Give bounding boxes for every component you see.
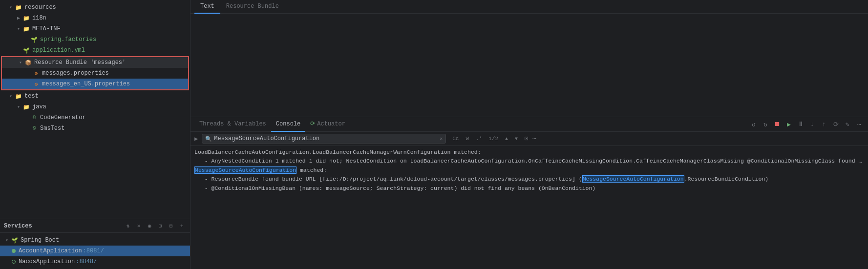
services-toolbar: ⇅ ✕ ◉ ⊡ ⊞ + xyxy=(124,222,186,230)
debug-panel: Threads & Variables Console ⟳ Actuator ↺… xyxy=(191,117,868,269)
label-meta-inf: META-INF xyxy=(32,25,61,32)
services-content: ▾ 🌱 Spring Boot AccountApplication :8081… xyxy=(0,233,190,269)
console-area: ▶ 🔍 MessageSourceAutoConfiguration ✕ Cc … xyxy=(191,132,868,269)
down-btn[interactable]: ↓ xyxy=(807,120,817,129)
tab-actuator-label: Actuator xyxy=(317,121,345,127)
search-magnify-icon: 🔍 xyxy=(205,136,212,142)
log-line-3: MessageSourceAutoConfiguration matched: xyxy=(194,166,864,175)
yaml-icon: 🌱 xyxy=(22,46,30,54)
tree-item-messages-en-us[interactable]: ▶ ⚙ messages_en_US.properties xyxy=(2,79,188,89)
label-messages-properties: messages.properties xyxy=(42,70,109,77)
spring-boot-label: Spring Boot xyxy=(21,237,59,244)
whole-word-btn[interactable]: W xyxy=(463,135,471,143)
tab-actuator[interactable]: ⟳ Actuator xyxy=(305,117,350,132)
folder-icon-test: 📁 xyxy=(15,92,22,100)
status-dot-account xyxy=(12,249,16,253)
class-icon-code-gen: © xyxy=(30,114,38,122)
file-tree-panel: ▾ 📁 resources ▶ 📁 i18n ▾ 📁 META-INF ▶ 🌱 … xyxy=(0,0,191,269)
debug-actions: ↺ ↻ ⏹ ▶ ⏸ ↓ ↑ ⟳ ✎ ⋯ xyxy=(749,120,864,129)
tree-item-meta-inf[interactable]: ▾ 📁 META-INF xyxy=(0,23,190,34)
filter-btn[interactable]: ⊡ xyxy=(156,222,165,230)
pause-btn[interactable]: ⏸ xyxy=(796,120,805,129)
spring-icon: 🌱 xyxy=(30,36,38,43)
services-header: Services ⇅ ✕ ◉ ⊡ ⊞ + xyxy=(0,219,190,233)
service-group-spring-boot[interactable]: ▾ 🌱 Spring Boot xyxy=(0,235,190,246)
tree-item-sms-test[interactable]: ▶ © SmsTest xyxy=(0,123,190,134)
search-clear-icon[interactable]: ✕ xyxy=(440,136,443,142)
search-input-container[interactable]: 🔍 MessageSourceAutoConfiguration ✕ xyxy=(202,134,446,144)
tree-item-application-yml[interactable]: ▶ 🌱 application.yml xyxy=(0,45,190,56)
eye-btn[interactable]: ◉ xyxy=(145,222,154,230)
label-java-test: java xyxy=(32,103,46,110)
chevron-test: ▾ xyxy=(8,93,14,99)
more-search-btn[interactable]: ⋯ xyxy=(532,135,536,143)
label-sms-test: SmsTest xyxy=(40,125,64,132)
log-line-4: - ResourceBundle found bundle URL [file:… xyxy=(194,175,864,184)
more-btn[interactable]: ⋯ xyxy=(854,120,864,129)
chevron-resource-bundle: ▾ xyxy=(18,60,23,65)
tree-item-code-generator[interactable]: ▶ © CodeGenerator xyxy=(0,112,190,123)
bundle-icon: 📦 xyxy=(24,59,32,66)
label-resource-bundle: Resource Bundle 'messages' xyxy=(34,59,126,66)
stop-btn[interactable]: ⏹ xyxy=(772,120,782,129)
services-section: Services ⇅ ✕ ◉ ⊡ ⊞ + ▾ 🌱 Spring Boot xyxy=(0,219,190,269)
tree-item-spring-factories[interactable]: ▶ 🌱 spring.factories xyxy=(0,34,190,45)
service-item-nacos[interactable]: NacosApplication :8848/ xyxy=(0,256,190,267)
regex-btn[interactable]: .* xyxy=(473,135,485,143)
chevron-java-test: ▾ xyxy=(16,104,21,110)
close-services-btn[interactable]: ✕ xyxy=(134,222,143,230)
search-bar: ▶ 🔍 MessageSourceAutoConfiguration ✕ Cc … xyxy=(191,132,868,146)
restart-btn[interactable]: ↺ xyxy=(749,120,759,129)
tree-item-messages-properties[interactable]: ▶ ⚙ messages.properties xyxy=(2,68,188,79)
add-service-btn[interactable]: + xyxy=(177,222,186,230)
tab-text-label: Text xyxy=(200,3,214,10)
filter-results-btn[interactable]: ⊡ xyxy=(525,135,529,143)
editor-tabs: Text Resource Bundle xyxy=(191,0,868,14)
search-nav: ▲ ▼ xyxy=(502,134,521,143)
label-test: test xyxy=(24,93,39,100)
status-dot-nacos xyxy=(12,260,16,264)
tree-item-java-test[interactable]: ▾ 📁 java xyxy=(0,102,190,112)
spring-boot-icon: 🌱 xyxy=(11,236,19,244)
tree-item-resource-bundle[interactable]: ▾ 📦 Resource Bundle 'messages' xyxy=(2,57,188,68)
edit-btn[interactable]: ✎ xyxy=(843,120,852,129)
search-query: MessageSourceAutoConfiguration xyxy=(214,135,438,142)
refresh-btn[interactable]: ↻ xyxy=(761,120,770,129)
tab-text[interactable]: Text xyxy=(194,0,220,14)
right-panel: Text Resource Bundle Threads & Variables… xyxy=(191,0,868,269)
search-arrow: ▶ xyxy=(194,135,198,143)
log-line-2: - AnyNestedCondition 1 matched 1 did not… xyxy=(194,157,864,166)
up-btn[interactable]: ↑ xyxy=(819,120,829,129)
resume-btn[interactable]: ▶ xyxy=(784,120,794,129)
tab-console-label: Console xyxy=(276,121,300,127)
clear-btn[interactable]: ⟳ xyxy=(831,120,841,129)
service-item-account[interactable]: AccountApplication :8081/ xyxy=(0,246,190,256)
folder-icon-resources: 📁 xyxy=(15,3,22,11)
folder-icon-java-test: 📁 xyxy=(22,103,30,111)
search-count: 1/2 xyxy=(488,136,498,142)
chevron-meta-inf: ▾ xyxy=(16,26,21,32)
chevron-resources: ▾ xyxy=(8,4,14,10)
highlight-msg-src-auto: MessageSourceAutoConfiguration xyxy=(194,166,296,174)
tree-item-resources[interactable]: ▾ 📁 resources xyxy=(0,2,190,13)
highlight-msg-src-auto-2: MessageSourceAutoConfiguration xyxy=(582,175,684,183)
console-output: LoadBalancerCacheAutoConfiguration.LoadB… xyxy=(191,146,868,269)
next-result-btn[interactable]: ▼ xyxy=(512,134,521,143)
add-config-btn[interactable]: ⊞ xyxy=(167,222,175,230)
tree-item-i18n[interactable]: ▶ 📁 i18n xyxy=(0,13,190,23)
tab-console[interactable]: Console xyxy=(271,117,305,132)
label-resources: resources xyxy=(24,4,56,11)
collapse-all-btn[interactable]: ⇅ xyxy=(124,222,132,230)
tab-threads-variables[interactable]: Threads & Variables xyxy=(194,117,271,132)
tree-item-test[interactable]: ▾ 📁 test xyxy=(0,91,190,102)
prev-result-btn[interactable]: ▲ xyxy=(502,134,511,143)
account-app-label: AccountApplication xyxy=(19,248,82,254)
properties-icon-messages: ⚙ xyxy=(32,69,40,77)
file-tree: ▾ 📁 resources ▶ 📁 i18n ▾ 📁 META-INF ▶ 🌱 … xyxy=(0,0,190,219)
search-options: Cc W .* xyxy=(450,135,485,143)
tab-resource-bundle[interactable]: Resource Bundle xyxy=(220,0,285,14)
label-application-yml: application.yml xyxy=(32,47,85,54)
label-i18n: i18n xyxy=(32,15,46,21)
services-title: Services xyxy=(4,223,124,229)
case-sensitive-btn[interactable]: Cc xyxy=(450,135,461,143)
